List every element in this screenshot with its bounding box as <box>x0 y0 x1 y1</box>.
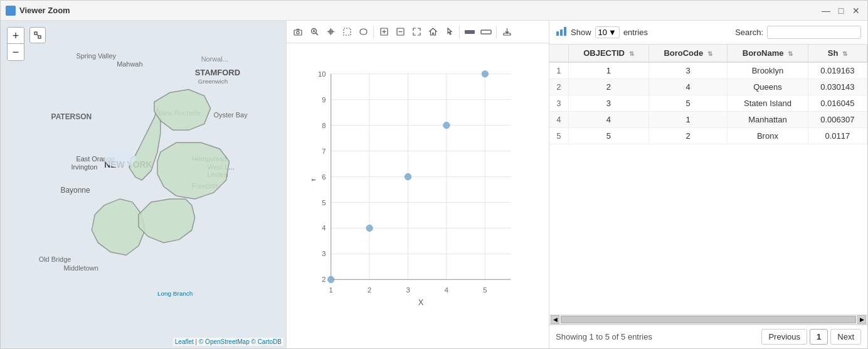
cell-row-num: 2 <box>549 79 568 95</box>
crosshair-tool-button[interactable] <box>323 24 338 40</box>
map-panel: Spring Valley Mahwah Norwal... STAMFORD … <box>1 21 286 348</box>
camera-tool-button[interactable] <box>290 24 305 40</box>
svg-rect-42 <box>465 30 475 34</box>
svg-text:7: 7 <box>322 148 326 155</box>
col-boroname[interactable]: BoroName ⇅ <box>728 45 808 62</box>
svg-point-21 <box>104 149 135 168</box>
selection-tool-button[interactable] <box>339 24 354 40</box>
table-row: 5 5 2 Bronx 0.0117 <box>549 128 867 144</box>
svg-text:9: 9 <box>322 96 326 104</box>
table-panel: Show 10 ▼ entries Search: OBJECTID ⇅ <box>549 21 867 348</box>
cell-row-num: 3 <box>549 95 568 112</box>
show-label: Show <box>571 28 591 37</box>
svg-text:PATERSON: PATERSON <box>51 112 92 121</box>
svg-text:Spring Valley: Spring Valley <box>76 52 116 60</box>
table-row: 3 3 5 Staten Island 0.016045 <box>549 95 867 112</box>
svg-text:Irvington: Irvington <box>71 163 97 171</box>
cell-borocode: 5 <box>649 95 728 112</box>
rectangle-shape-button[interactable] <box>462 24 477 40</box>
map-svg: Spring Valley Mahwah Norwal... STAMFORD … <box>1 21 286 348</box>
col-objectid[interactable]: OBJECTID ⇅ <box>568 45 649 62</box>
cell-boroname: Queens <box>728 79 808 95</box>
svg-text:6: 6 <box>322 173 326 181</box>
cell-objectid: 2 <box>568 79 649 95</box>
cell-shape: 0.0117 <box>808 128 867 144</box>
svg-text:Y: Y <box>312 178 317 183</box>
scroll-left-button[interactable]: ◀ <box>551 315 559 324</box>
table-chart-icon <box>556 26 567 39</box>
cell-boroname: Bronx <box>728 128 808 144</box>
svg-text:5: 5 <box>322 199 326 207</box>
home-tool-button[interactable] <box>425 24 440 40</box>
current-page-button[interactable]: 1 <box>810 329 828 345</box>
cell-objectid: 3 <box>568 95 649 112</box>
pointer-tool-button[interactable] <box>442 24 457 40</box>
cell-borocode: 1 <box>649 112 728 128</box>
svg-text:Greenwich: Greenwich <box>198 78 228 85</box>
add-tool-button[interactable] <box>376 24 391 40</box>
zoom-in-button[interactable]: + <box>8 28 24 44</box>
minimize-button[interactable]: — <box>820 4 832 17</box>
svg-point-82 <box>482 71 488 77</box>
svg-text:Long Branch: Long Branch <box>157 290 193 297</box>
pagination: Previous 1 Next <box>761 329 861 345</box>
svg-text:Norwal...: Norwal... <box>201 55 228 63</box>
svg-rect-24 <box>34 32 37 35</box>
zoom-tool-button[interactable] <box>307 24 322 40</box>
table-row: 4 4 1 Manhattan 0.006307 <box>549 112 867 128</box>
cell-row-num: 5 <box>549 128 568 144</box>
col-borocode[interactable]: BoroCode ⇅ <box>649 45 728 62</box>
cell-row-num: 4 <box>549 112 568 128</box>
showing-text: Showing 1 to 5 of 5 entries <box>556 332 652 341</box>
osm-link[interactable]: © OpenStreetMap <box>199 338 250 345</box>
cell-borocode: 2 <box>649 128 728 144</box>
table-footer: Showing 1 to 5 of 5 entries Previous 1 N… <box>549 325 867 348</box>
cell-borocode: 4 <box>649 79 728 95</box>
horizontal-scrollbar[interactable]: ◀ ▶ <box>549 314 867 325</box>
scatter-chart: 10 9 8 7 6 5 4 3 2 1 2 3 4 5 X <box>287 43 549 348</box>
svg-rect-85 <box>564 27 566 36</box>
svg-point-79 <box>366 225 373 231</box>
scrollbar-thumb[interactable] <box>561 316 856 323</box>
svg-text:STAMFORD: STAMFORD <box>195 68 240 77</box>
map-background: Spring Valley Mahwah Norwal... STAMFORD … <box>1 21 286 348</box>
entries-count: 10 <box>598 28 607 37</box>
svg-text:3: 3 <box>406 286 410 294</box>
svg-point-81 <box>443 122 450 129</box>
search-input[interactable] <box>767 26 861 39</box>
svg-text:4: 4 <box>322 225 326 232</box>
svg-text:Old Bridge: Old Bridge <box>39 255 71 263</box>
previous-button[interactable]: Previous <box>761 329 807 345</box>
scroll-right-button[interactable]: ▶ <box>857 315 866 324</box>
map-zoom-controls: + − <box>7 27 24 61</box>
svg-text:4: 4 <box>445 286 448 294</box>
cell-shape: 0.030143 <box>808 79 867 95</box>
svg-text:8: 8 <box>322 122 326 129</box>
close-button[interactable]: ✕ <box>850 4 862 17</box>
svg-point-28 <box>297 31 299 33</box>
resize-tool-button[interactable] <box>409 24 424 40</box>
col-shape[interactable]: Sh ⇅ <box>808 45 867 62</box>
line-shape-button[interactable] <box>479 24 494 40</box>
lasso-tool-button[interactable] <box>356 24 371 40</box>
carto-link[interactable]: © CartoDB <box>251 338 282 345</box>
cell-objectid: 1 <box>568 62 649 79</box>
entries-select[interactable]: 10 ▼ <box>595 26 620 38</box>
cell-objectid: 4 <box>568 112 649 128</box>
leaflet-link[interactable]: Leaflet <box>175 338 194 345</box>
app-icon <box>6 6 16 16</box>
remove-tool-button[interactable] <box>393 24 408 40</box>
svg-text:Middletown: Middletown <box>63 264 98 272</box>
map-expand-button[interactable] <box>29 27 46 43</box>
download-button[interactable] <box>499 24 514 40</box>
svg-rect-43 <box>481 30 491 34</box>
next-button[interactable]: Next <box>830 329 861 345</box>
svg-text:10: 10 <box>318 70 326 78</box>
svg-text:Bayonne: Bayonne <box>61 186 90 195</box>
map-attribution: Leaflet | © OpenStreetMap © CartoDB <box>173 338 283 346</box>
maximize-button[interactable]: □ <box>835 4 847 17</box>
svg-text:2: 2 <box>368 286 371 294</box>
zoom-out-button[interactable]: − <box>8 44 24 60</box>
window-controls: — □ ✕ <box>820 4 862 17</box>
svg-text:1: 1 <box>329 286 333 294</box>
